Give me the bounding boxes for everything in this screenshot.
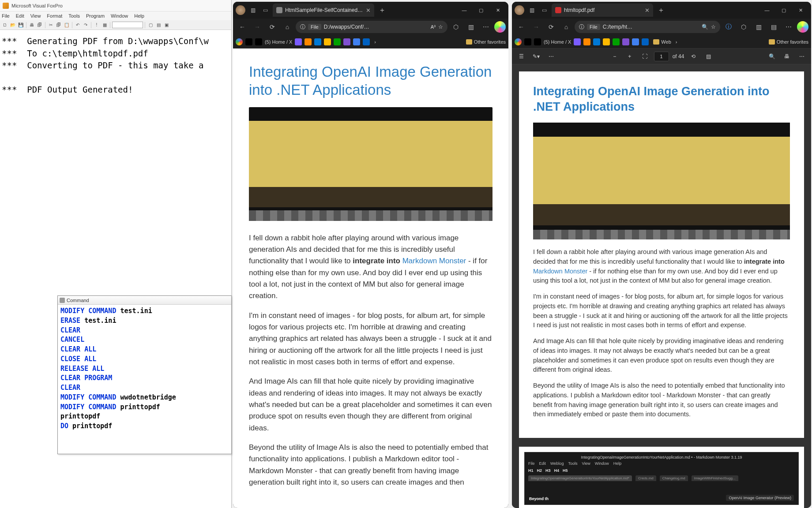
undo-icon[interactable]: ↶: [74, 22, 81, 29]
cut-icon[interactable]: ✂: [47, 22, 54, 29]
maximize-button[interactable]: ▢: [473, 4, 489, 16]
profile-avatar[interactable]: [515, 5, 524, 15]
fav-icon-1[interactable]: [295, 38, 302, 45]
new-tab-button[interactable]: ＋: [656, 6, 666, 15]
fav-link-home[interactable]: (5) Home / X: [265, 39, 292, 45]
menu-view[interactable]: View: [30, 13, 41, 19]
paste-icon[interactable]: 📋: [63, 22, 70, 29]
fav-overflow-icon[interactable]: ›: [676, 39, 677, 45]
fav-icon-5[interactable]: [334, 38, 341, 45]
fav-icon-2[interactable]: [304, 38, 312, 45]
pdf-more-icon[interactable]: ⋯: [545, 51, 557, 62]
form-icon[interactable]: ▢: [147, 22, 154, 29]
tab-actions-icon[interactable]: ▭: [260, 5, 270, 15]
home-button[interactable]: ⌂: [560, 20, 573, 34]
browser-tab[interactable]: htmltopdf.pdf ✕: [552, 4, 653, 17]
browser-tabbar[interactable]: ▥ ▭ HtmlSampleFile-SelfContained.ht ✕ ＋ …: [233, 2, 508, 19]
foxpro-toolbar[interactable]: 🗋 📂 💾 🖶 🗐 ✂ 🗐 📋 ↶ ↷ ! ▦ ▢ ▤ ▣: [0, 20, 231, 30]
fav-icon-6[interactable]: [622, 38, 629, 45]
fav-icon-3[interactable]: [593, 38, 600, 45]
fav-icon-7[interactable]: [632, 38, 639, 45]
workspaces-icon[interactable]: ▥: [527, 5, 537, 15]
site-info-icon[interactable]: ⓘ: [579, 23, 584, 31]
favorites-bar[interactable]: (5) Home / X › Other favorites: [233, 35, 508, 49]
google-fav-icon[interactable]: [515, 38, 522, 45]
extensions-icon[interactable]: ⬡: [449, 20, 462, 34]
window-icon[interactable]: ▣: [163, 22, 170, 29]
fav-icon-2[interactable]: [583, 38, 590, 45]
zoom-in-button[interactable]: +: [624, 51, 635, 62]
find-icon[interactable]: 🔍: [702, 24, 708, 30]
page-number-input[interactable]: [654, 52, 669, 61]
menu-file[interactable]: File: [2, 13, 10, 19]
contents-icon[interactable]: ☰: [515, 51, 527, 62]
favorites-bar[interactable]: (5) Home / X Web › Other favorites: [512, 35, 811, 49]
browser-addressbar[interactable]: ← → ⟳ ⌂ ⓘ File D:/wwapps/Conf/… A⁰ ☆ ⬡ ▥…: [233, 19, 508, 35]
close-icon[interactable]: ✕: [366, 7, 371, 14]
print-icon[interactable]: 🖶: [28, 22, 35, 29]
command-window-body[interactable]: MODIFY COMMAND test.iniERASE test.iniCLE…: [58, 305, 231, 433]
foxpro-menubar[interactable]: FileEditViewFormatToolsProgramWindowHelp: [0, 11, 231, 20]
url-field[interactable]: ⓘ File C:/temp/ht… 🔍 ☆: [575, 21, 720, 33]
fav-icon-6[interactable]: [343, 38, 350, 45]
workspaces-icon[interactable]: ▥: [248, 5, 258, 15]
minimize-button[interactable]: —: [759, 4, 775, 16]
extensions-icon[interactable]: ⬡: [737, 20, 750, 34]
zoom-out-button[interactable]: −: [609, 51, 620, 62]
forward-button[interactable]: →: [251, 20, 264, 34]
favorite-icon[interactable]: ☆: [438, 24, 443, 30]
x-fav-icon[interactable]: [245, 38, 252, 45]
redo-icon[interactable]: ↷: [82, 22, 89, 29]
menu-help[interactable]: Help: [134, 13, 144, 19]
info-icon[interactable]: ⓘ: [722, 20, 735, 34]
fav-icon-8[interactable]: [363, 38, 370, 45]
browser-tab[interactable]: HtmlSampleFile-SelfContained.ht ✕: [273, 4, 374, 17]
page-view-icon[interactable]: ▤: [703, 51, 714, 62]
back-button[interactable]: ←: [236, 20, 249, 34]
new-tab-button[interactable]: ＋: [377, 6, 387, 15]
x2-fav-icon[interactable]: [534, 38, 541, 45]
close-button[interactable]: ✕: [490, 4, 506, 16]
command-window-titlebar[interactable]: Command: [58, 296, 231, 305]
menu-edit[interactable]: Edit: [16, 13, 24, 19]
html-content[interactable]: Integrating OpenAI Image Generation into…: [233, 49, 508, 508]
run-icon[interactable]: !: [93, 22, 100, 29]
search-icon[interactable]: 🔍: [766, 51, 778, 62]
fav-icon-3[interactable]: [314, 38, 321, 45]
url-field[interactable]: ⓘ File D:/wwapps/Conf/… A⁰ ☆: [296, 21, 447, 33]
fav-icon-5[interactable]: [613, 38, 620, 45]
browser-tabbar[interactable]: ▥ ▭ htmltopdf.pdf ✕ ＋ — ▢ ✕: [512, 2, 811, 19]
rotate-icon[interactable]: ⟲: [688, 51, 699, 62]
web-folder[interactable]: Web: [653, 39, 671, 45]
fav-icon-4[interactable]: [324, 38, 331, 45]
command-window[interactable]: Command MODIFY COMMAND test.iniERASE tes…: [57, 295, 232, 454]
collections-icon[interactable]: ▥: [752, 20, 765, 34]
open-icon[interactable]: 📂: [9, 22, 16, 29]
minimize-button[interactable]: —: [456, 4, 472, 16]
more-icon[interactable]: ⋯: [782, 20, 795, 34]
copy-icon[interactable]: 🗐: [55, 22, 62, 29]
fav-icon-1[interactable]: [574, 38, 581, 45]
copilot-icon[interactable]: [797, 21, 808, 33]
fav-link-home[interactable]: (5) Home / X: [544, 39, 571, 45]
back-button[interactable]: ←: [515, 20, 528, 34]
menu-format[interactable]: Format: [47, 13, 62, 19]
fav-icon-4[interactable]: [603, 38, 610, 45]
menu-window[interactable]: Window: [111, 13, 128, 19]
collections-icon[interactable]: ▥: [464, 20, 477, 34]
new-icon[interactable]: 🗋: [1, 22, 8, 29]
db-icon[interactable]: ▤: [155, 22, 162, 29]
x2-fav-icon[interactable]: [255, 38, 262, 45]
pdf-viewport[interactable]: Integrating OpenAI Image Generation into…: [512, 64, 811, 508]
fav-overflow-icon[interactable]: ›: [374, 39, 376, 45]
pdf-settings-icon[interactable]: ⋯: [796, 51, 808, 62]
modify-icon[interactable]: ▦: [101, 22, 108, 29]
menu-tools[interactable]: Tools: [68, 13, 80, 19]
command-input[interactable]: [112, 22, 143, 28]
copilot-icon[interactable]: [494, 21, 506, 33]
split-icon[interactable]: ▤: [767, 20, 780, 34]
close-button[interactable]: ✕: [793, 4, 808, 16]
google-fav-icon[interactable]: [236, 38, 243, 45]
read-aloud-icon[interactable]: A⁰: [431, 24, 436, 30]
fit-icon[interactable]: ⛶: [639, 51, 650, 62]
